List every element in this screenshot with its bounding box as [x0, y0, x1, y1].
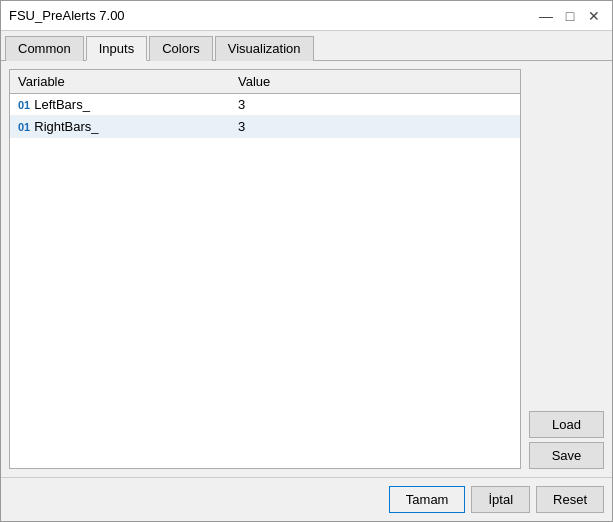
ok-button[interactable]: Tamam	[389, 486, 466, 513]
column-value: Value	[238, 74, 512, 89]
main-row: Variable Value 01 LeftBars_ 3	[9, 69, 604, 469]
maximize-button[interactable]: □	[560, 6, 580, 26]
row-value-2: 3	[238, 119, 512, 134]
table-row[interactable]: 01 RightBars_ 3	[10, 116, 520, 138]
window-title: FSU_PreAlerts 7.00	[9, 8, 125, 23]
row-value-1: 3	[238, 97, 512, 112]
save-button[interactable]: Save	[529, 442, 604, 469]
minimize-button[interactable]: —	[536, 6, 556, 26]
tab-visualization[interactable]: Visualization	[215, 36, 314, 61]
row-variable-2: 01 RightBars_	[18, 119, 238, 134]
table-row[interactable]: 01 LeftBars_ 3	[10, 94, 520, 116]
reset-button[interactable]: Reset	[536, 486, 604, 513]
row-badge-2: 01	[18, 121, 30, 133]
tab-colors[interactable]: Colors	[149, 36, 213, 61]
row-varname-1: LeftBars_	[34, 97, 90, 112]
close-button[interactable]: ✕	[584, 6, 604, 26]
bottom-bar: Tamam İptal Reset	[1, 477, 612, 521]
table-header: Variable Value	[10, 70, 520, 94]
cancel-button[interactable]: İptal	[471, 486, 530, 513]
row-variable-1: 01 LeftBars_	[18, 97, 238, 112]
tab-bar: Common Inputs Colors Visualization	[1, 31, 612, 61]
row-varname-2: RightBars_	[34, 119, 98, 134]
content-area: Variable Value 01 LeftBars_ 3	[1, 61, 612, 477]
right-buttons: Load Save	[521, 69, 604, 469]
load-button[interactable]: Load	[529, 411, 604, 438]
tab-inputs[interactable]: Inputs	[86, 36, 147, 61]
column-variable: Variable	[18, 74, 238, 89]
window-controls: — □ ✕	[536, 6, 604, 26]
variable-table: Variable Value 01 LeftBars_ 3	[9, 69, 521, 469]
row-badge-1: 01	[18, 99, 30, 111]
main-window: FSU_PreAlerts 7.00 — □ ✕ Common Inputs C…	[0, 0, 613, 522]
tab-common[interactable]: Common	[5, 36, 84, 61]
title-bar: FSU_PreAlerts 7.00 — □ ✕	[1, 1, 612, 31]
table-body: 01 LeftBars_ 3 01 RightBars_ 3	[10, 94, 520, 468]
